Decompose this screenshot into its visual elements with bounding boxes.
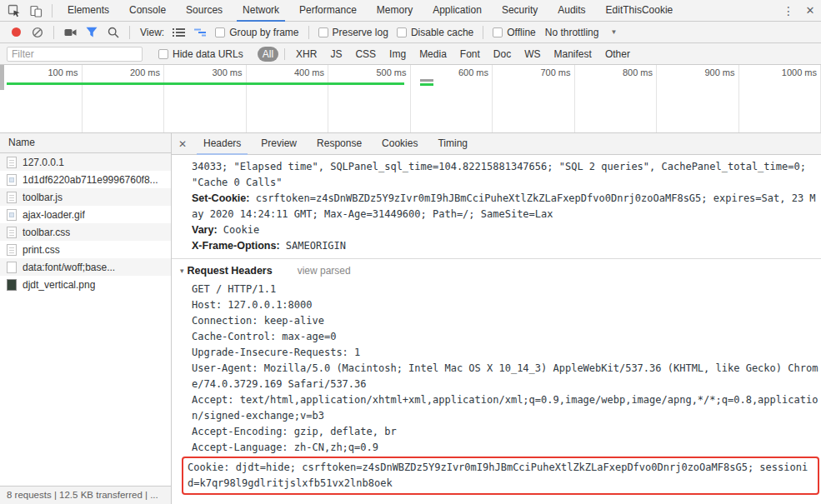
details-tab-cookies[interactable]: Cookies <box>375 133 424 155</box>
header-value: Cookie <box>223 224 259 236</box>
checkbox[interactable] <box>215 27 225 37</box>
raw-header-line: Upgrade-Insecure-Requests: 1 <box>192 345 821 361</box>
timeline-tick: 600 ms <box>411 65 493 132</box>
filter-type-xhr[interactable]: XHR <box>291 47 322 62</box>
overview-scrollbar[interactable] <box>0 65 4 90</box>
list-view-icon[interactable] <box>168 22 189 42</box>
disable-cache-checkbox[interactable]: Disable cache <box>397 27 473 38</box>
filter-type-other[interactable]: Other <box>600 47 635 62</box>
panel-tabs: ElementsConsoleSourcesNetworkPerformance… <box>58 0 683 22</box>
tab-performance[interactable]: Performance <box>293 0 363 22</box>
divider <box>52 4 53 17</box>
tab-security[interactable]: Security <box>496 0 543 22</box>
timeline-tick: 300 ms <box>164 65 247 132</box>
throttling-dropdown-arrow-icon[interactable]: ▼ <box>610 28 617 36</box>
device-toolbar-icon[interactable] <box>25 1 47 21</box>
raw-header-line: User-Agent: Mozilla/5.0 (Macintosh; Inte… <box>192 361 821 392</box>
request-row[interactable]: 127.0.0.1 <box>0 153 171 171</box>
details-tab-timing[interactable]: Timing <box>431 133 474 155</box>
document-icon <box>7 244 17 256</box>
response-header-line: Vary: Cookie <box>192 222 821 238</box>
request-headers-section-header[interactable]: ▾ Request Headers view parsed <box>180 262 821 280</box>
close-details-icon[interactable]: ✕ <box>172 133 193 154</box>
request-row[interactable]: 1d1df6220ab711e9996760f8... <box>0 171 171 188</box>
tab-sources[interactable]: Sources <box>180 0 228 22</box>
devtools-tabbar: ElementsConsoleSourcesNetworkPerformance… <box>0 0 821 22</box>
tab-elements[interactable]: Elements <box>62 0 115 22</box>
timeline-tick: 400 ms <box>247 65 329 132</box>
request-name: data:font/woff;base... <box>23 262 115 273</box>
filter-type-css[interactable]: CSS <box>350 47 381 62</box>
disclosure-triangle-icon[interactable]: ▾ <box>180 263 184 279</box>
clear-icon[interactable] <box>27 22 48 42</box>
load-event-line <box>7 82 404 85</box>
network-overview[interactable]: 100 ms200 ms300 ms400 ms500 ms600 ms700 … <box>0 65 821 133</box>
document-icon <box>7 157 17 168</box>
raw-header-line: Accept: text/html,application/xhtml+xml,… <box>192 392 821 424</box>
screenshot-icon[interactable] <box>59 22 81 42</box>
inspect-element-icon[interactable] <box>3 1 25 21</box>
request-row[interactable]: toolbar.css <box>0 223 171 241</box>
request-row[interactable]: print.css <box>0 241 171 258</box>
response-headers-tail: 34033; "Elapsed time", SQLPanel_sql_time… <box>192 159 821 254</box>
status-bar: 8 requests | 12.5 KB transferred | ... <box>0 486 171 504</box>
hide-data-urls-checkbox[interactable]: Hide data URLs <box>158 48 243 60</box>
request-name: 127.0.0.1 <box>23 157 64 168</box>
checkbox[interactable] <box>158 49 168 59</box>
image-icon <box>7 279 17 291</box>
request-row[interactable]: djdt_vertical.png <box>0 276 171 293</box>
filter-type-img[interactable]: Img <box>384 47 411 62</box>
image-icon <box>7 174 17 186</box>
filter-type-font[interactable]: Font <box>455 47 485 62</box>
checkbox[interactable] <box>493 27 503 37</box>
details-tabbar: ✕ HeadersPreviewResponseCookiesTiming <box>172 133 821 155</box>
request-row[interactable]: ajax-loader.gif <box>0 206 171 223</box>
checkbox[interactable] <box>318 27 328 37</box>
details-tabs: HeadersPreviewResponseCookiesTiming <box>193 133 478 155</box>
offline-checkbox[interactable]: Offline <box>493 27 535 38</box>
filter-icon[interactable] <box>81 22 103 42</box>
filter-type-media[interactable]: Media <box>414 47 452 62</box>
request-row[interactable]: toolbar.js <box>0 188 171 206</box>
timeline-tick: 800 ms <box>575 65 658 132</box>
details-tab-response[interactable]: Response <box>310 133 368 155</box>
waterfall-view-icon[interactable] <box>189 22 211 42</box>
filter-type-manifest[interactable]: Manifest <box>549 47 597 62</box>
group-by-frame-label: Group by frame <box>229 27 298 38</box>
filter-type-ws[interactable]: WS <box>519 47 545 62</box>
raw-request-headers: GET / HTTP/1.1Host: 127.0.0.1:8000Connec… <box>192 282 821 456</box>
tab-network[interactable]: Network <box>237 0 285 22</box>
filter-type-all[interactable]: All <box>258 47 278 62</box>
timeline-tick: 100 ms <box>0 65 83 132</box>
requests-sidebar: Name 127.0.0.11d1df6220ab711e9996760f8..… <box>0 133 172 504</box>
group-by-frame-checkbox[interactable]: Group by frame <box>215 27 298 38</box>
filter-input[interactable] <box>7 47 143 62</box>
filter-type-js[interactable]: JS <box>325 47 347 62</box>
details-tab-preview[interactable]: Preview <box>254 133 303 155</box>
filter-type-doc[interactable]: Doc <box>488 47 516 62</box>
tab-console[interactable]: Console <box>123 0 172 22</box>
view-parsed-link[interactable]: view parsed <box>298 263 351 279</box>
hide-data-urls-label: Hide data URLs <box>173 48 243 60</box>
tab-memory[interactable]: Memory <box>371 0 418 22</box>
raw-header-line: Connection: keep-alive <box>192 313 821 329</box>
throttling-select[interactable]: No throttling <box>545 27 599 38</box>
menu-icon[interactable]: ⋮ <box>778 1 799 21</box>
name-column-header[interactable]: Name <box>0 133 171 153</box>
close-devtools-icon[interactable]: ✕ <box>799 1 821 21</box>
checkbox[interactable] <box>397 27 407 37</box>
request-details-pane: ✕ HeadersPreviewResponseCookiesTiming 34… <box>172 133 821 504</box>
tab-editthiscookie[interactable]: EditThisCookie <box>600 0 679 22</box>
details-tab-headers[interactable]: Headers <box>197 133 248 155</box>
header-value: SAMEORIGIN <box>286 240 346 252</box>
timeline-tick: 900 ms <box>657 65 739 132</box>
request-row[interactable]: data:font/woff;base... <box>0 258 171 276</box>
tab-application[interactable]: Application <box>427 0 488 22</box>
tab-audits[interactable]: Audits <box>552 0 591 22</box>
filter-bar: Hide data URLs AllXHRJSCSSImgMediaFontDo… <box>0 43 821 65</box>
search-icon[interactable] <box>103 22 124 42</box>
preserve-log-checkbox[interactable]: Preserve log <box>318 27 388 38</box>
offline-label: Offline <box>507 27 535 38</box>
header-name: X-Frame-Options: <box>192 240 280 252</box>
record-icon[interactable] <box>5 22 27 42</box>
